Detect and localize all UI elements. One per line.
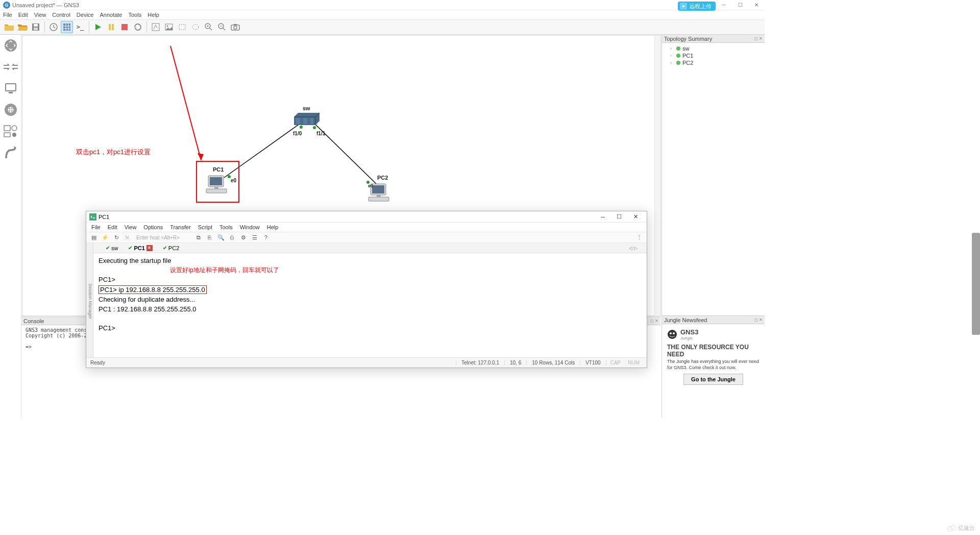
annotate-icon[interactable] (150, 21, 162, 33)
paste-icon[interactable]: ⎘ (205, 233, 214, 242)
topology-item-pc1[interactable]: ›PC1 (665, 52, 762, 59)
reload-icon[interactable] (132, 21, 144, 33)
svg-point-26 (12, 133, 16, 137)
crt-menu-tools[interactable]: Tools (219, 224, 233, 230)
link-tool-icon[interactable] (2, 142, 20, 163)
terminal-close-button[interactable]: ✕ (627, 211, 644, 223)
terminal-minimize-button[interactable]: ─ (595, 211, 611, 223)
screenshot-icon[interactable] (229, 21, 241, 33)
annotation-ip-setup: 设置好ip地址和子网掩码，回车就可以了 (170, 266, 279, 274)
menu-file[interactable]: File (3, 12, 12, 18)
all-devices-category-icon[interactable] (2, 120, 20, 142)
console-icon[interactable]: >_ (74, 21, 86, 33)
status-cursor-pos: 10, 6 (504, 360, 526, 366)
tab-sw[interactable]: ✔sw (103, 244, 121, 252)
end-device-category-icon[interactable] (2, 78, 20, 99)
status-dot-icon (676, 54, 680, 58)
svg-marker-30 (198, 153, 204, 160)
go-to-jungle-button[interactable]: Go to the Jungle (683, 374, 743, 385)
menu-view[interactable]: View (34, 12, 46, 18)
disconnect-icon[interactable]: ⛌ (123, 233, 132, 242)
terminal-titlebar[interactable]: PC1 ─ ☐ ✕ (86, 211, 647, 223)
ellipse-icon[interactable] (189, 21, 202, 33)
tab-close-icon[interactable]: ✕ (146, 245, 153, 251)
close-panel-icon[interactable]: ✕ (759, 318, 763, 322)
copy-icon[interactable]: ⧉ (194, 233, 203, 242)
stop-icon[interactable] (118, 21, 131, 33)
minimize-button[interactable]: ─ (716, 0, 732, 10)
terminal-output[interactable]: Executing the startup file 设置好ip地址和子网掩码，… (93, 253, 647, 357)
node-pc1[interactable] (205, 175, 228, 194)
device-palette (0, 35, 21, 418)
crt-menu-file[interactable]: File (91, 224, 101, 230)
toolbar-menu-icon[interactable]: ⋮ (634, 233, 644, 242)
crt-menu-transfer[interactable]: Transfer (170, 224, 191, 230)
quick-connect-icon[interactable]: ⚡ (101, 233, 110, 242)
menu-edit[interactable]: Edit (18, 12, 28, 18)
open-project-icon[interactable] (16, 21, 29, 33)
reconnect-icon[interactable]: ↻ (112, 233, 121, 242)
menu-tools[interactable]: Tools (129, 12, 142, 18)
zoom-out-icon[interactable] (216, 21, 228, 33)
titlebar: G Unsaved project* — GNS3 ─ ☐ ✕ (0, 0, 765, 10)
upload-badge[interactable]: ⚭ 远程上传 (678, 2, 716, 11)
session-manager-icon[interactable]: ▤ (89, 233, 99, 242)
topology-item-pc2[interactable]: ›PC2 (665, 59, 762, 66)
options-icon[interactable]: ⚙ (239, 233, 248, 242)
close-button[interactable]: ✕ (748, 0, 765, 10)
topology-item-sw[interactable]: ›sw (665, 45, 762, 52)
newsfeed-text: The Jungle has everything you will ever … (667, 359, 760, 371)
menubar: File Edit View Control Device Annotate T… (0, 10, 765, 19)
print-icon[interactable]: ⎙ (228, 233, 237, 242)
menu-help[interactable]: Help (148, 12, 159, 18)
maximize-button[interactable]: ☐ (732, 0, 748, 10)
terminal-menubar: File Edit View Options Transfer Script T… (86, 223, 647, 232)
svg-point-24 (12, 126, 17, 131)
switch-category-icon[interactable] (2, 56, 20, 78)
node-sw[interactable] (293, 112, 321, 128)
crt-menu-options[interactable]: Options (143, 224, 163, 230)
crt-menu-window[interactable]: Window (240, 224, 260, 230)
play-icon[interactable] (92, 21, 104, 33)
svg-point-40 (670, 332, 672, 334)
session-options-icon[interactable]: ☰ (250, 233, 259, 242)
menu-annotate[interactable]: Annotate (100, 12, 122, 18)
pause-icon[interactable] (105, 21, 117, 33)
svg-rect-32 (210, 177, 222, 185)
new-project-icon[interactable] (3, 21, 15, 33)
svg-point-16 (234, 26, 237, 29)
zoom-in-icon[interactable] (203, 21, 215, 33)
undock-icon[interactable]: ◻ (754, 318, 758, 322)
port-label-e0a: e0 (231, 178, 236, 183)
newsfeed-panel: Jungle Newsfeed ◻✕ GNS3 Jungle THE ONLY … (662, 315, 765, 418)
tab-pc1[interactable]: ✔PC1✕ (125, 244, 155, 252)
save-icon[interactable] (30, 21, 42, 33)
crt-menu-script[interactable]: Script (198, 224, 212, 230)
grid-icon[interactable] (61, 21, 73, 33)
terminal-window[interactable]: PC1 ─ ☐ ✕ File Edit View Options Transfe… (86, 211, 647, 368)
tab-pc2[interactable]: ✔PC2 (160, 244, 182, 252)
canvas-scrollbar[interactable] (654, 36, 660, 315)
terminal-maximize-button[interactable]: ☐ (611, 211, 627, 223)
crt-menu-edit[interactable]: Edit (108, 224, 117, 230)
crt-menu-view[interactable]: View (125, 224, 137, 230)
close-panel-icon[interactable]: ✕ (759, 36, 763, 41)
svg-rect-42 (89, 213, 96, 221)
crt-menu-help[interactable]: Help (267, 224, 279, 230)
annotation-pc1: 双击pc1，对pc1进行设置 (76, 148, 151, 157)
topology-tree[interactable]: ›sw ›PC1 ›PC2 (662, 43, 765, 315)
menu-device[interactable]: Device (77, 12, 94, 18)
newsfeed-headline: THE ONLY RESOURCE YOU NEED (667, 344, 760, 358)
help-icon[interactable]: ? (261, 233, 271, 242)
security-category-icon[interactable] (2, 99, 20, 120)
close-panel-icon[interactable]: ✕ (655, 319, 658, 323)
router-category-icon[interactable] (2, 35, 20, 56)
undock-icon[interactable]: ◻ (754, 36, 758, 41)
clock-icon[interactable] (47, 21, 60, 33)
session-manager-sidebar[interactable]: Session Manager (86, 243, 93, 357)
rect-icon[interactable] (176, 21, 188, 33)
menu-control[interactable]: Control (52, 12, 70, 18)
image-icon[interactable] (163, 21, 175, 33)
find-icon[interactable]: 🔍 (216, 233, 226, 242)
undock-icon[interactable]: ◻ (650, 319, 654, 323)
